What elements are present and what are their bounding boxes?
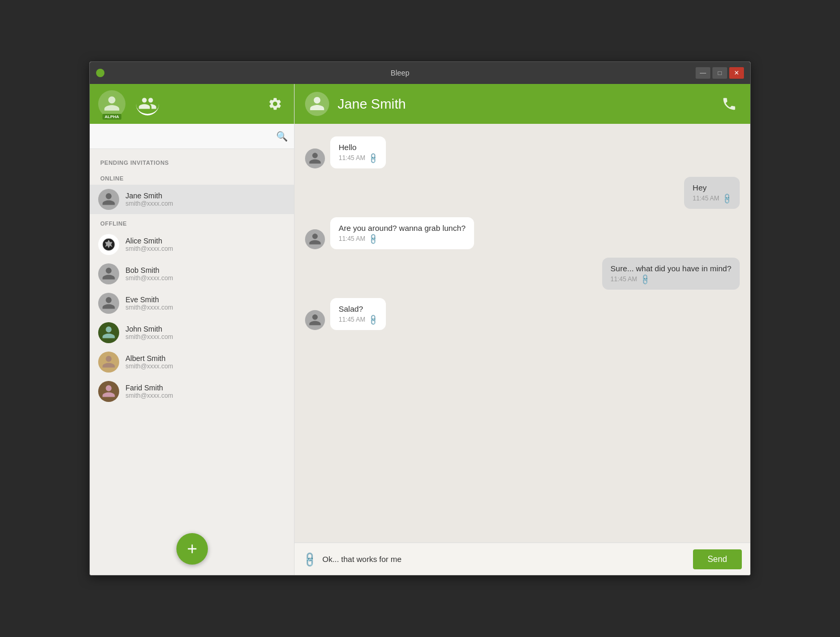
add-contact-button[interactable] bbox=[176, 533, 208, 565]
contact-avatar-eve bbox=[98, 293, 119, 314]
contacts-icon bbox=[138, 94, 157, 113]
contact-name: Jane Smith bbox=[125, 192, 286, 200]
msg-avatar bbox=[305, 229, 325, 249]
app-window: Bleep — □ ✕ ALPHA bbox=[89, 61, 751, 576]
contact-email: smith@xxxx.com bbox=[125, 333, 286, 341]
message-text: Are you around? wanna grab lunch? bbox=[339, 224, 466, 232]
contact-item-albert-smith[interactable]: Albert Smith smith@xxxx.com bbox=[90, 347, 294, 377]
plus-icon bbox=[185, 542, 200, 556]
alpha-badge: ALPHA bbox=[102, 114, 121, 120]
user-avatar[interactable]: ALPHA bbox=[98, 90, 125, 118]
contact-name: Alice Smith bbox=[125, 237, 286, 245]
traffic-light-green[interactable] bbox=[96, 69, 104, 77]
person-icon bbox=[308, 313, 322, 327]
message-meta: 11:45 AM 🔗 bbox=[339, 154, 377, 162]
contact-list: PENDING INVITATIONS ONLINE Jane Smith sm… bbox=[90, 149, 294, 528]
send-button[interactable]: Send bbox=[693, 549, 742, 569]
contact-info-albert: Albert Smith smith@xxxx.com bbox=[125, 354, 286, 370]
chat-contact-avatar bbox=[305, 92, 329, 116]
title-bar-left bbox=[96, 69, 104, 77]
contact-info-alice: Alice Smith smith@xxxx.com bbox=[125, 237, 286, 252]
chat-input-area: 🔗 Send bbox=[295, 543, 750, 575]
person-icon bbox=[101, 192, 116, 207]
message-input[interactable] bbox=[322, 555, 687, 564]
search-input[interactable] bbox=[96, 132, 276, 141]
message-row: Are you around? wanna grab lunch? 11:45 … bbox=[305, 217, 740, 249]
contact-email: smith@xxxx.com bbox=[125, 200, 286, 207]
message-row: Sure... what did you have in mind? 11:45… bbox=[305, 258, 740, 290]
msg-avatar bbox=[305, 310, 325, 330]
link-icon: 🔗 bbox=[367, 152, 379, 164]
person-icon bbox=[101, 296, 116, 311]
chat-area: Jane Smith Hello bbox=[295, 84, 750, 575]
messages-container: Hello 11:45 AM 🔗 Hey 11:45 AM 🔗 bbox=[295, 124, 750, 543]
message-meta: 11:45 AM 🔗 bbox=[339, 315, 377, 324]
person-icon bbox=[308, 152, 322, 165]
message-time: 11:45 AM bbox=[339, 235, 365, 242]
contact-avatar-jane bbox=[98, 189, 119, 210]
phone-button[interactable] bbox=[719, 93, 740, 114]
contact-item-john-smith[interactable]: John Smith smith@xxxx.com bbox=[90, 318, 294, 347]
contact-email: smith@xxxx.com bbox=[125, 392, 286, 399]
message-time: 11:45 AM bbox=[611, 275, 637, 283]
message-row: Hello 11:45 AM 🔗 bbox=[305, 136, 740, 168]
title-bar: Bleep — □ ✕ bbox=[90, 62, 750, 84]
message-meta: 11:45 AM 🔗 bbox=[339, 235, 466, 243]
contact-email: smith@xxxx.com bbox=[125, 363, 286, 370]
chat-person-icon bbox=[309, 95, 326, 112]
person-icon bbox=[101, 355, 116, 369]
message-bubble: Hello 11:45 AM 🔗 bbox=[330, 136, 386, 168]
message-bubble: Salad? 11:45 AM 🔗 bbox=[330, 298, 386, 330]
contacts-tab[interactable] bbox=[136, 92, 159, 115]
contact-item-farid-smith[interactable]: Farid Smith smith@xxxx.com bbox=[90, 377, 294, 406]
contact-name: Bob Smith bbox=[125, 266, 286, 274]
link-icon: 🔗 bbox=[367, 313, 379, 325]
person-icon bbox=[101, 325, 116, 340]
contact-info-bob: Bob Smith smith@xxxx.com bbox=[125, 266, 286, 282]
person-icon bbox=[308, 232, 322, 246]
close-button[interactable]: ✕ bbox=[729, 67, 744, 79]
search-icon[interactable]: 🔍 bbox=[276, 131, 288, 142]
contact-name: Eve Smith bbox=[125, 295, 286, 304]
message-text: Hey bbox=[692, 183, 731, 192]
contact-item-jane-smith[interactable]: Jane Smith smith@xxxx.com bbox=[90, 185, 294, 214]
contact-email: smith@xxxx.com bbox=[125, 245, 286, 252]
attach-icon[interactable]: 🔗 bbox=[300, 550, 319, 568]
message-row: Salad? 11:45 AM 🔗 bbox=[305, 298, 740, 330]
app-title: Bleep bbox=[104, 69, 696, 77]
contact-avatar-farid bbox=[98, 381, 119, 402]
sidebar-header: ALPHA bbox=[90, 84, 294, 124]
contact-email: smith@xxxx.com bbox=[125, 274, 286, 282]
contact-item-alice-smith[interactable]: Alice Smith smith@xxxx.com bbox=[90, 230, 294, 259]
offline-section-label: OFFLINE bbox=[90, 214, 294, 230]
minimize-button[interactable]: — bbox=[696, 67, 710, 79]
contact-avatar-bob bbox=[98, 263, 119, 284]
contact-item-bob-smith[interactable]: Bob Smith smith@xxxx.com bbox=[90, 259, 294, 289]
contact-avatar-albert bbox=[98, 352, 119, 373]
message-time: 11:45 AM bbox=[339, 316, 365, 323]
message-meta: 11:45 AM 🔗 bbox=[611, 275, 731, 283]
person-icon bbox=[101, 267, 116, 281]
search-bar: 🔍 bbox=[90, 124, 294, 149]
contact-info-john: John Smith smith@xxxx.com bbox=[125, 325, 286, 341]
contact-item-eve-smith[interactable]: Eve Smith smith@xxxx.com bbox=[90, 289, 294, 318]
message-text: Hello bbox=[339, 143, 377, 152]
maximize-button[interactable]: □ bbox=[712, 67, 727, 79]
main-content: ALPHA 🔍 bbox=[90, 84, 750, 575]
message-time: 11:45 AM bbox=[692, 195, 719, 202]
pending-section-label: PENDING INVITATIONS bbox=[90, 153, 294, 169]
contact-avatar-john bbox=[98, 322, 119, 343]
settings-button[interactable] bbox=[265, 93, 286, 114]
chat-contact-name: Jane Smith bbox=[338, 96, 710, 112]
phone-icon bbox=[721, 96, 737, 112]
message-text: Sure... what did you have in mind? bbox=[611, 264, 731, 273]
contact-email: smith@xxxx.com bbox=[125, 304, 286, 311]
contact-info-jane: Jane Smith smith@xxxx.com bbox=[125, 192, 286, 207]
contact-info-eve: Eve Smith smith@xxxx.com bbox=[125, 295, 286, 311]
message-meta: 11:45 AM 🔗 bbox=[692, 194, 731, 203]
chat-header: Jane Smith bbox=[295, 84, 750, 124]
add-button-container bbox=[90, 528, 294, 575]
message-text: Salad? bbox=[339, 304, 377, 313]
contact-avatar-alice bbox=[98, 234, 119, 255]
soccer-icon bbox=[101, 237, 116, 252]
